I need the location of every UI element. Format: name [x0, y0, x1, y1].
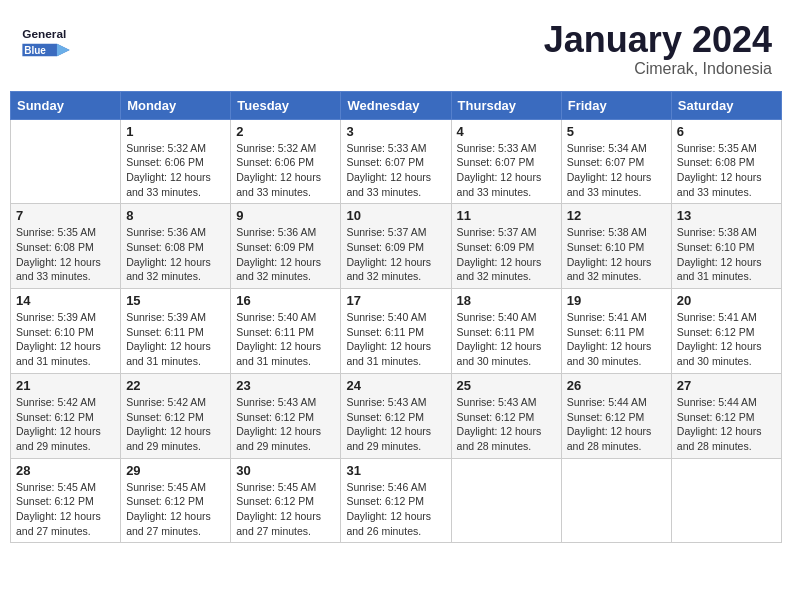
- day-info: Sunrise: 5:42 AM Sunset: 6:12 PM Dayligh…: [16, 395, 115, 454]
- day-number: 20: [677, 293, 776, 308]
- calendar-cell: 1Sunrise: 5:32 AM Sunset: 6:06 PM Daylig…: [121, 119, 231, 204]
- calendar-cell: 21Sunrise: 5:42 AM Sunset: 6:12 PM Dayli…: [11, 373, 121, 458]
- day-info: Sunrise: 5:38 AM Sunset: 6:10 PM Dayligh…: [677, 225, 776, 284]
- calendar-cell: 11Sunrise: 5:37 AM Sunset: 6:09 PM Dayli…: [451, 204, 561, 289]
- day-info: Sunrise: 5:39 AM Sunset: 6:11 PM Dayligh…: [126, 310, 225, 369]
- day-info: Sunrise: 5:37 AM Sunset: 6:09 PM Dayligh…: [346, 225, 445, 284]
- day-number: 1: [126, 124, 225, 139]
- day-number: 29: [126, 463, 225, 478]
- day-number: 12: [567, 208, 666, 223]
- day-info: Sunrise: 5:42 AM Sunset: 6:12 PM Dayligh…: [126, 395, 225, 454]
- day-number: 31: [346, 463, 445, 478]
- day-info: Sunrise: 5:41 AM Sunset: 6:11 PM Dayligh…: [567, 310, 666, 369]
- calendar-cell: 18Sunrise: 5:40 AM Sunset: 6:11 PM Dayli…: [451, 289, 561, 374]
- calendar-cell: 24Sunrise: 5:43 AM Sunset: 6:12 PM Dayli…: [341, 373, 451, 458]
- day-number: 22: [126, 378, 225, 393]
- calendar-cell: 22Sunrise: 5:42 AM Sunset: 6:12 PM Dayli…: [121, 373, 231, 458]
- calendar-week-row: 1Sunrise: 5:32 AM Sunset: 6:06 PM Daylig…: [11, 119, 782, 204]
- svg-text:Blue: Blue: [24, 45, 46, 56]
- day-number: 13: [677, 208, 776, 223]
- day-info: Sunrise: 5:33 AM Sunset: 6:07 PM Dayligh…: [346, 141, 445, 200]
- day-number: 19: [567, 293, 666, 308]
- calendar-cell: 9Sunrise: 5:36 AM Sunset: 6:09 PM Daylig…: [231, 204, 341, 289]
- calendar-table: SundayMondayTuesdayWednesdayThursdayFrid…: [10, 91, 782, 544]
- day-info: Sunrise: 5:39 AM Sunset: 6:10 PM Dayligh…: [16, 310, 115, 369]
- calendar-cell: 7Sunrise: 5:35 AM Sunset: 6:08 PM Daylig…: [11, 204, 121, 289]
- calendar-cell: 26Sunrise: 5:44 AM Sunset: 6:12 PM Dayli…: [561, 373, 671, 458]
- day-info: Sunrise: 5:36 AM Sunset: 6:09 PM Dayligh…: [236, 225, 335, 284]
- day-number: 6: [677, 124, 776, 139]
- calendar-week-row: 14Sunrise: 5:39 AM Sunset: 6:10 PM Dayli…: [11, 289, 782, 374]
- month-title: January 2024: [544, 20, 772, 60]
- day-number: 10: [346, 208, 445, 223]
- day-number: 27: [677, 378, 776, 393]
- calendar-week-row: 21Sunrise: 5:42 AM Sunset: 6:12 PM Dayli…: [11, 373, 782, 458]
- day-info: Sunrise: 5:37 AM Sunset: 6:09 PM Dayligh…: [457, 225, 556, 284]
- calendar-cell: 31Sunrise: 5:46 AM Sunset: 6:12 PM Dayli…: [341, 458, 451, 543]
- day-number: 17: [346, 293, 445, 308]
- calendar-cell: 25Sunrise: 5:43 AM Sunset: 6:12 PM Dayli…: [451, 373, 561, 458]
- calendar-cell: 3Sunrise: 5:33 AM Sunset: 6:07 PM Daylig…: [341, 119, 451, 204]
- calendar-week-row: 28Sunrise: 5:45 AM Sunset: 6:12 PM Dayli…: [11, 458, 782, 543]
- day-info: Sunrise: 5:40 AM Sunset: 6:11 PM Dayligh…: [346, 310, 445, 369]
- day-info: Sunrise: 5:40 AM Sunset: 6:11 PM Dayligh…: [236, 310, 335, 369]
- day-number: 15: [126, 293, 225, 308]
- weekday-header-sunday: Sunday: [11, 91, 121, 119]
- calendar-cell: [671, 458, 781, 543]
- general-blue-logo-icon: General Blue: [20, 20, 72, 60]
- calendar-cell: 4Sunrise: 5:33 AM Sunset: 6:07 PM Daylig…: [451, 119, 561, 204]
- weekday-header-monday: Monday: [121, 91, 231, 119]
- calendar-cell: [451, 458, 561, 543]
- day-info: Sunrise: 5:36 AM Sunset: 6:08 PM Dayligh…: [126, 225, 225, 284]
- calendar-cell: 17Sunrise: 5:40 AM Sunset: 6:11 PM Dayli…: [341, 289, 451, 374]
- calendar-cell: [561, 458, 671, 543]
- calendar-cell: [11, 119, 121, 204]
- calendar-cell: 20Sunrise: 5:41 AM Sunset: 6:12 PM Dayli…: [671, 289, 781, 374]
- day-info: Sunrise: 5:32 AM Sunset: 6:06 PM Dayligh…: [236, 141, 335, 200]
- weekday-header-friday: Friday: [561, 91, 671, 119]
- day-info: Sunrise: 5:45 AM Sunset: 6:12 PM Dayligh…: [16, 480, 115, 539]
- calendar-cell: 23Sunrise: 5:43 AM Sunset: 6:12 PM Dayli…: [231, 373, 341, 458]
- day-info: Sunrise: 5:43 AM Sunset: 6:12 PM Dayligh…: [236, 395, 335, 454]
- calendar-week-row: 7Sunrise: 5:35 AM Sunset: 6:08 PM Daylig…: [11, 204, 782, 289]
- day-number: 25: [457, 378, 556, 393]
- day-number: 16: [236, 293, 335, 308]
- day-info: Sunrise: 5:46 AM Sunset: 6:12 PM Dayligh…: [346, 480, 445, 539]
- day-info: Sunrise: 5:34 AM Sunset: 6:07 PM Dayligh…: [567, 141, 666, 200]
- day-number: 3: [346, 124, 445, 139]
- day-info: Sunrise: 5:33 AM Sunset: 6:07 PM Dayligh…: [457, 141, 556, 200]
- day-number: 30: [236, 463, 335, 478]
- weekday-header-wednesday: Wednesday: [341, 91, 451, 119]
- day-info: Sunrise: 5:44 AM Sunset: 6:12 PM Dayligh…: [677, 395, 776, 454]
- svg-marker-2: [57, 44, 70, 57]
- day-number: 4: [457, 124, 556, 139]
- day-info: Sunrise: 5:32 AM Sunset: 6:06 PM Dayligh…: [126, 141, 225, 200]
- day-info: Sunrise: 5:43 AM Sunset: 6:12 PM Dayligh…: [457, 395, 556, 454]
- calendar-cell: 28Sunrise: 5:45 AM Sunset: 6:12 PM Dayli…: [11, 458, 121, 543]
- weekday-header-tuesday: Tuesday: [231, 91, 341, 119]
- header: General Blue January 2024 Cimerak, Indon…: [10, 10, 782, 83]
- day-number: 11: [457, 208, 556, 223]
- day-number: 5: [567, 124, 666, 139]
- day-number: 18: [457, 293, 556, 308]
- calendar-cell: 10Sunrise: 5:37 AM Sunset: 6:09 PM Dayli…: [341, 204, 451, 289]
- day-info: Sunrise: 5:44 AM Sunset: 6:12 PM Dayligh…: [567, 395, 666, 454]
- day-info: Sunrise: 5:41 AM Sunset: 6:12 PM Dayligh…: [677, 310, 776, 369]
- weekday-header-row: SundayMondayTuesdayWednesdayThursdayFrid…: [11, 91, 782, 119]
- calendar-cell: 19Sunrise: 5:41 AM Sunset: 6:11 PM Dayli…: [561, 289, 671, 374]
- day-info: Sunrise: 5:38 AM Sunset: 6:10 PM Dayligh…: [567, 225, 666, 284]
- day-info: Sunrise: 5:43 AM Sunset: 6:12 PM Dayligh…: [346, 395, 445, 454]
- weekday-header-saturday: Saturday: [671, 91, 781, 119]
- calendar-cell: 8Sunrise: 5:36 AM Sunset: 6:08 PM Daylig…: [121, 204, 231, 289]
- day-number: 26: [567, 378, 666, 393]
- day-info: Sunrise: 5:45 AM Sunset: 6:12 PM Dayligh…: [236, 480, 335, 539]
- day-info: Sunrise: 5:35 AM Sunset: 6:08 PM Dayligh…: [16, 225, 115, 284]
- calendar-cell: 29Sunrise: 5:45 AM Sunset: 6:12 PM Dayli…: [121, 458, 231, 543]
- day-number: 28: [16, 463, 115, 478]
- day-number: 2: [236, 124, 335, 139]
- day-number: 23: [236, 378, 335, 393]
- day-number: 8: [126, 208, 225, 223]
- logo: General Blue: [20, 20, 72, 60]
- day-number: 14: [16, 293, 115, 308]
- day-info: Sunrise: 5:40 AM Sunset: 6:11 PM Dayligh…: [457, 310, 556, 369]
